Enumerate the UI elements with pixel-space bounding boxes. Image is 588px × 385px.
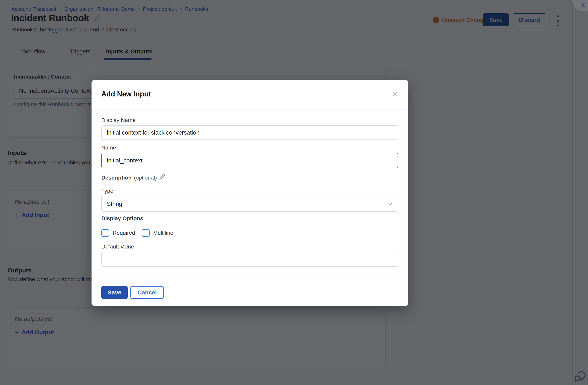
display-name-label: Display Name [101, 117, 135, 123]
type-select[interactable]: String [101, 196, 398, 212]
description-optional-label: (optional) [134, 175, 157, 181]
required-checkbox[interactable] [101, 229, 109, 237]
description-label: Description [101, 175, 132, 181]
chevron-down-icon [387, 201, 393, 208]
default-value-label: Default Value [101, 244, 134, 250]
modal-footer-divider [91, 278, 408, 278]
close-icon[interactable] [391, 90, 399, 98]
required-checkbox-group[interactable]: Required [101, 229, 135, 237]
modal-cancel-button[interactable]: Cancel [130, 286, 164, 299]
chat-widget-icon[interactable] [573, 370, 587, 383]
multiline-label: Multiline [153, 230, 173, 236]
edit-description-pencil-icon[interactable] [159, 174, 165, 181]
type-select-value: String [107, 201, 122, 207]
multiline-checkbox-group[interactable]: Multiline [142, 229, 173, 237]
display-name-input[interactable] [101, 125, 398, 140]
display-options-label: Display Options [101, 215, 143, 222]
name-label: Name [101, 145, 116, 151]
name-input[interactable] [101, 153, 398, 168]
add-input-modal: Add New Input Display Name Name Descript… [91, 80, 408, 306]
modal-header: Add New Input [91, 80, 408, 109]
extension-flower-icon: ✳ [580, 0, 587, 10]
type-label: Type [101, 188, 113, 194]
modal-title: Add New Input [101, 90, 151, 98]
app-window: Account: Transposit › Organization: IR I… [0, 0, 588, 385]
default-value-input[interactable] [101, 252, 398, 267]
multiline-checkbox[interactable] [142, 229, 150, 237]
required-label: Required [113, 230, 135, 236]
modal-save-button[interactable]: Save [101, 286, 128, 299]
